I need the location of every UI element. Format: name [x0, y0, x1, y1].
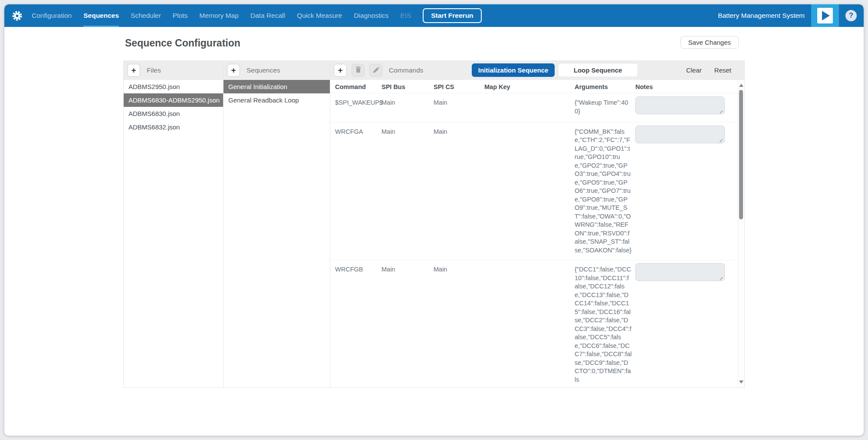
commands-panel-label: Commands: [389, 66, 423, 74]
page-title: Sequence Configuration: [125, 37, 240, 49]
command-row[interactable]: $SPI_WAKEUP$ Main Main {"Wakeup Time":40…: [330, 93, 736, 122]
clear-button[interactable]: Clear: [686, 66, 702, 74]
nav-item-memory-map[interactable]: Memory Map: [199, 4, 238, 27]
reset-button[interactable]: Reset: [714, 66, 731, 74]
cell-spi-cs: Main: [434, 93, 484, 122]
commands-table-header-row: Command SPI Bus SPI CS Map Key Arguments…: [330, 80, 736, 93]
cell-notes: [635, 260, 736, 388]
column-header-command: Command: [330, 80, 381, 93]
play-logo-icon: [817, 8, 833, 23]
commands-panel-header: +: [330, 60, 744, 80]
nav-item-data-recall[interactable]: Data Recall: [250, 4, 285, 27]
scrollbar-thumb[interactable]: [739, 90, 743, 219]
top-navbar: Configuration Sequences Scheduler Plots …: [4, 4, 864, 27]
column-header-spi-bus: SPI Bus: [381, 80, 434, 93]
cell-spi-bus: Main: [381, 93, 434, 122]
add-command-button[interactable]: +: [334, 64, 347, 77]
cell-notes: [635, 93, 736, 122]
cell-command: WRCFGA: [330, 122, 381, 260]
cell-map-key: [484, 93, 575, 122]
nav-item-eis: EIS: [400, 4, 411, 27]
trash-icon: [355, 66, 362, 75]
cell-arguments: {"COMM_BK":false,"CTH":2,"FC":7,"FLAG_D"…: [575, 122, 635, 260]
sequences-panel: + Sequences General Initialization Gener…: [224, 60, 330, 387]
commands-table: Command SPI Bus SPI CS Map Key Arguments…: [330, 80, 736, 387]
file-list-item[interactable]: ADBMS6832.json: [124, 120, 223, 134]
sequences-panel-label: Sequences: [247, 66, 280, 74]
app-window: Configuration Sequences Scheduler Plots …: [4, 4, 864, 436]
nav-item-quick-measure[interactable]: Quick Measure: [297, 4, 342, 27]
app-logo: [811, 4, 839, 27]
add-sequence-button[interactable]: +: [227, 64, 240, 77]
nav-item-configuration[interactable]: Configuration: [32, 4, 72, 27]
cell-notes: [635, 122, 736, 260]
app-brand-title: Battery Management System: [718, 12, 805, 20]
cell-spi-bus: Main: [381, 122, 434, 260]
column-header-spi-cs: SPI CS: [434, 80, 484, 93]
plus-icon: +: [338, 66, 342, 75]
column-header-notes: Notes: [635, 80, 736, 93]
delete-command-button[interactable]: [352, 64, 365, 77]
nav-menu: Configuration Sequences Scheduler Plots …: [32, 4, 411, 27]
commands-panel: +: [330, 60, 744, 387]
file-list-item-selected[interactable]: ADBMS6830-ADBMS2950.json: [124, 93, 223, 107]
cell-command: $SPI_WAKEUP$: [330, 93, 381, 122]
scroll-up-arrow-icon[interactable]: [739, 84, 743, 87]
help-icon[interactable]: ?: [845, 10, 857, 21]
cell-command: WRCFGB: [330, 260, 381, 388]
cell-arguments: {"Wakeup Time":400}: [575, 93, 635, 122]
notes-textarea[interactable]: [635, 126, 725, 143]
command-row[interactable]: WRCFGA Main Main {"COMM_BK":false,"CTH":…: [330, 122, 736, 260]
start-freerun-button[interactable]: Start Freerun: [423, 8, 481, 23]
sequences-list: General Initialization General Readback …: [224, 80, 330, 107]
files-panel: + Files ADBMS2950.json ADBMS6830-ADBMS29…: [124, 60, 224, 387]
files-list: ADBMS2950.json ADBMS6830-ADBMS2950.json …: [124, 80, 223, 134]
commands-table-area: Command SPI Bus SPI CS Map Key Arguments…: [330, 80, 744, 387]
cell-spi-bus: Main: [381, 260, 434, 388]
column-header-arguments: Arguments: [575, 80, 635, 93]
file-list-item[interactable]: ADBMS6830.json: [124, 107, 223, 120]
scroll-down-arrow-icon[interactable]: [739, 380, 743, 384]
cell-spi-cs: Main: [434, 260, 484, 388]
nav-item-plots[interactable]: Plots: [173, 4, 187, 27]
sequence-config-panels: + Files ADBMS2950.json ADBMS6830-ADBMS29…: [123, 60, 745, 388]
sequences-panel-header: + Sequences: [224, 60, 330, 80]
plus-icon: +: [231, 66, 236, 75]
command-row[interactable]: WRCFGB Main Main {"DCC1":false,"DCC10":f…: [330, 260, 736, 388]
nav-item-sequences[interactable]: Sequences: [83, 4, 119, 27]
save-changes-button[interactable]: Save Changes: [681, 36, 739, 49]
add-file-button[interactable]: +: [127, 64, 140, 77]
file-list-item[interactable]: ADBMS2950.json: [124, 80, 223, 93]
sequence-list-item-selected[interactable]: General Initialization: [224, 80, 330, 93]
settings-gear-icon[interactable]: [11, 4, 23, 27]
commands-actions: Clear Reset: [686, 66, 741, 74]
notes-textarea[interactable]: [635, 263, 725, 281]
commands-toolbar: +: [334, 64, 382, 77]
cell-arguments: {"DCC1":false,"DCC10":false,"DCC11":fals…: [575, 260, 635, 388]
tab-loop-sequence[interactable]: Loop Sequence: [558, 63, 638, 77]
tab-initialization-sequence[interactable]: Initialization Sequence: [472, 63, 555, 77]
navbar-right: Battery Management System ?: [718, 4, 864, 27]
edit-command-button[interactable]: [369, 64, 382, 77]
files-panel-label: Files: [147, 66, 161, 74]
cell-map-key: [484, 122, 575, 260]
cell-map-key: [484, 260, 575, 388]
vertical-scrollbar[interactable]: [738, 80, 744, 387]
nav-item-diagnostics[interactable]: Diagnostics: [354, 4, 388, 27]
pencil-icon: [373, 66, 379, 75]
notes-textarea[interactable]: [635, 96, 725, 114]
plus-icon: +: [131, 66, 136, 75]
files-panel-header: + Files: [124, 60, 223, 80]
column-header-map-key: Map Key: [484, 80, 575, 93]
sequence-type-tabs: Initialization Sequence Loop Sequence: [472, 63, 638, 77]
cell-spi-cs: Main: [434, 122, 484, 260]
sequence-list-item[interactable]: General Readback Loop: [224, 93, 330, 107]
nav-item-scheduler[interactable]: Scheduler: [131, 4, 161, 27]
